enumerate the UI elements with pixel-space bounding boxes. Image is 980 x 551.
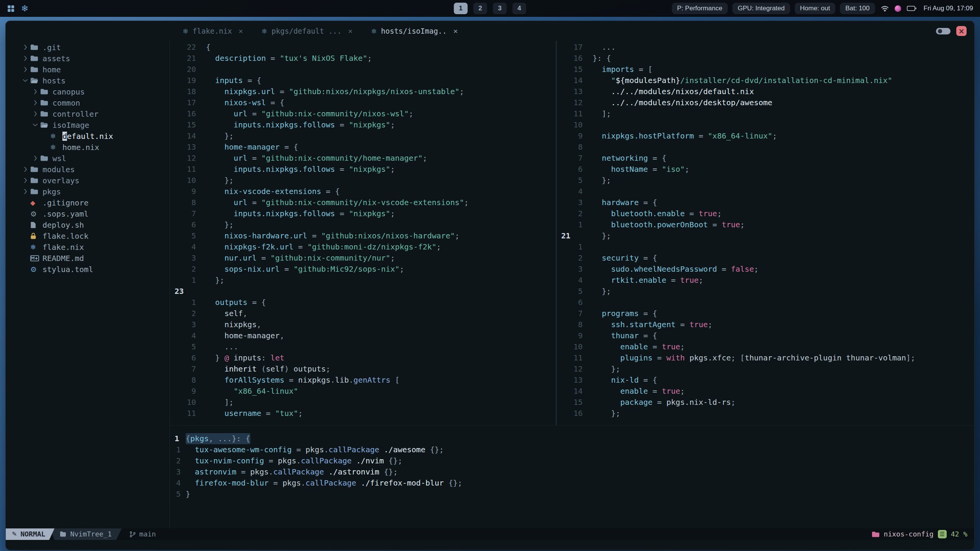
- tree-item-label: default.nix: [62, 132, 113, 141]
- neovim-window: ❄flake.nix×❄pkgs/default ...×❄hosts/isoI…: [5, 21, 975, 550]
- line-number: 1: [557, 219, 583, 230]
- line-number: 16: [557, 408, 583, 419]
- tree-item-hosts[interactable]: hosts: [6, 75, 170, 86]
- code-line: 3 hardware = {: [557, 197, 974, 208]
- mode-label: NORMAL: [20, 528, 45, 540]
- code-line: 16 };: [557, 408, 974, 419]
- code-line: 6 } @ inputs: let: [170, 352, 556, 364]
- nix-icon: ❄: [261, 27, 267, 35]
- status-pill: Bat: 100: [840, 3, 875, 14]
- line-number: 15: [170, 119, 196, 130]
- tree-item-stylua-toml[interactable]: ⚙stylua.toml: [6, 264, 170, 275]
- tab-close-icon[interactable]: ×: [238, 26, 243, 36]
- app-launcher-icon[interactable]: [7, 5, 15, 13]
- tree-item-default-nix[interactable]: ❄default.nix: [6, 130, 170, 142]
- tree-item-gitignore[interactable]: ◆.gitignore: [6, 197, 170, 208]
- tree-item-readme-md[interactable]: README.md: [6, 253, 170, 264]
- code-line: 11 inputs.nixpkgs.follows = "nixpkgs";: [170, 164, 556, 175]
- workspace-button-3[interactable]: 3: [493, 3, 507, 14]
- code-line: 4 rtkit.enable = true;: [557, 275, 974, 286]
- folder-icon: [40, 111, 52, 117]
- code-line: 3 nur.url = "github:nix-community/nur";: [170, 253, 556, 264]
- tree-item-label: .gitignore: [42, 198, 88, 207]
- tree-item-overlays[interactable]: overlays: [6, 175, 170, 186]
- tree-item-git[interactable]: .git: [6, 42, 170, 53]
- code-line: 7 networking = {: [557, 153, 974, 164]
- tree-item-common[interactable]: common: [6, 97, 170, 108]
- line-number: 1: [170, 433, 181, 444]
- code-line: 10 enable = true;: [557, 341, 974, 352]
- workspace-button-2[interactable]: 2: [474, 3, 487, 14]
- line-number: 5: [170, 489, 181, 500]
- line-number: 10: [170, 175, 196, 186]
- editor-pane-iso-default-nix[interactable]: 17 ...16}: {15 imports = [14 "${modulesP…: [557, 41, 974, 425]
- code-line: 15 imports = [: [557, 64, 974, 75]
- notification-dot-icon[interactable]: [895, 5, 901, 12]
- branch-name: main: [139, 528, 156, 540]
- code-line: 9 thunar = {: [557, 330, 974, 341]
- tree-item-home[interactable]: home: [6, 64, 170, 75]
- status-pills: P: PerformanceGPU: IntegratedHome: outBa…: [672, 3, 875, 14]
- git-branch: main: [129, 528, 156, 540]
- command-line[interactable]: [6, 540, 974, 550]
- code-line: 2 self,: [170, 308, 556, 319]
- code-line: 1 };: [170, 275, 556, 286]
- code-line: 4: [557, 186, 974, 197]
- tree-item-label: flake.nix: [42, 243, 84, 252]
- workspace-button-1[interactable]: 1: [454, 3, 468, 14]
- code-line: 5 };: [557, 175, 974, 186]
- chevron-right-icon: [30, 100, 40, 106]
- folder-icon: [40, 155, 52, 161]
- line-number: 19: [170, 75, 196, 86]
- code-line: 9 "x86_64-linux": [170, 386, 556, 397]
- code-line: 1: [557, 241, 974, 253]
- workspace-button-4[interactable]: 4: [513, 3, 526, 14]
- tree-item-assets[interactable]: assets: [6, 53, 170, 64]
- chevron-down-icon: [30, 123, 40, 127]
- buffer-tab[interactable]: ❄flake.nix×: [174, 21, 252, 41]
- tree-item-home-nix[interactable]: ❄home.nix: [6, 142, 170, 153]
- window-close-button[interactable]: ×: [956, 26, 967, 36]
- tree-item-canopus[interactable]: canopus: [6, 86, 170, 97]
- editor-pane-flake-nix[interactable]: 22{21 description = "tux's NixOS Flake";…: [170, 41, 556, 425]
- tab-close-icon[interactable]: ×: [348, 26, 353, 36]
- nixos-logo-icon[interactable]: ❄: [21, 3, 28, 13]
- line-number: 13: [557, 375, 583, 386]
- code-line: 10 };: [170, 175, 556, 186]
- tree-item-wsl[interactable]: wsl: [6, 153, 170, 164]
- code-line: 8 forAllSystems = nixpkgs.lib.genAttrs [: [170, 375, 556, 386]
- chevron-right-icon: [30, 89, 40, 95]
- editor-pane-pkgs-default-nix[interactable]: 1{pkgs, ...}: {1 tux-awesome-wm-config =…: [170, 425, 974, 528]
- tree-item-pkgs[interactable]: pkgs: [6, 186, 170, 197]
- battery-icon[interactable]: [907, 6, 916, 11]
- chevron-right-icon: [30, 155, 40, 161]
- buffer-tab[interactable]: ❄pkgs/default ...×: [253, 21, 361, 41]
- tree-item-modules[interactable]: modules: [6, 164, 170, 175]
- line-number: 18: [170, 86, 196, 97]
- tree-item-deploy-sh[interactable]: deploy.sh: [6, 219, 170, 230]
- line-number: 17: [557, 42, 583, 53]
- tree-item-flake-nix[interactable]: ❄flake.nix: [6, 241, 170, 253]
- tree-item-isoimage[interactable]: isoImage: [6, 119, 170, 130]
- line-number: 22: [170, 42, 196, 53]
- tree-buffer-icon: [60, 531, 66, 537]
- line-number: 3: [170, 466, 181, 478]
- buffer-name: NvimTree_1: [70, 528, 111, 540]
- tree-item-controller[interactable]: controller: [6, 108, 170, 119]
- code-line: 4 firefox-mod-blur = pkgs.callPackage ./…: [170, 478, 974, 489]
- window-toggle-button[interactable]: [936, 28, 951, 34]
- buffer-tab[interactable]: ❄hosts/isoImag..×: [363, 21, 466, 41]
- code-line: 15 package = pkgs.nix-ld-rs;: [557, 397, 974, 408]
- line-number: 4: [557, 186, 583, 197]
- line-number: 14: [170, 130, 196, 142]
- code-line: 14 enable = true;: [557, 386, 974, 397]
- tree-item-flake-lock[interactable]: flake.lock: [6, 230, 170, 241]
- code-line: 3 nixpkgs,: [170, 319, 556, 330]
- code-line: 8 url = "github:nix-community/nix-vscode…: [170, 197, 556, 208]
- tree-item-sops-yaml[interactable]: ⚙.sops.yaml: [6, 208, 170, 219]
- tab-close-icon[interactable]: ×: [453, 26, 458, 36]
- line-number: 11: [170, 408, 196, 419]
- line-number: 14: [557, 386, 583, 397]
- wifi-icon[interactable]: [881, 5, 889, 12]
- chevron-right-icon: [20, 67, 30, 72]
